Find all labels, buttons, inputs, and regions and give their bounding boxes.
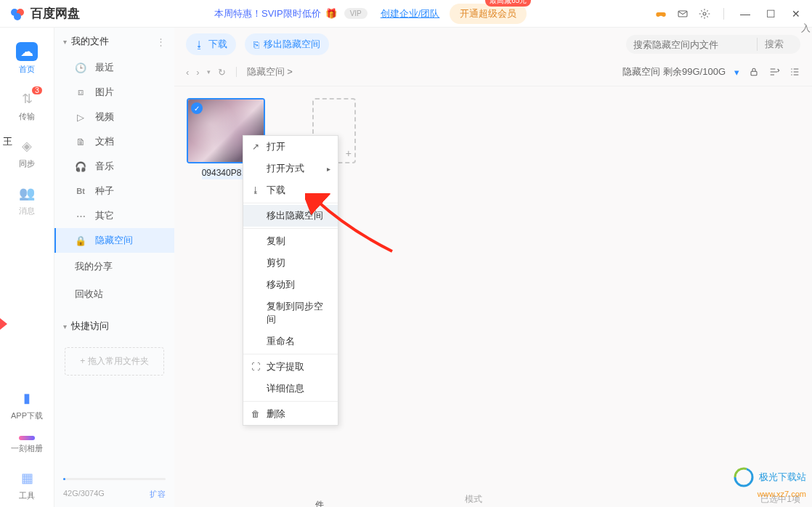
context-menu: ↗打开 打开方式▸ ⭳下载 移出隐藏空间 复制 剪切 移动到 复制到同步空间 重… (243, 135, 338, 426)
maximize-button[interactable]: ☐ (763, 8, 779, 20)
nav-label: 消息 (19, 206, 35, 216)
gamepad-icon[interactable] (655, 8, 667, 20)
sidebar-header-myfiles[interactable]: ▾ 我的文件 ⋮ (54, 28, 174, 55)
sort-icon[interactable] (768, 66, 780, 78)
mail-icon[interactable] (677, 8, 689, 20)
more-icon[interactable]: ⋮ (156, 36, 166, 47)
ctx-copy[interactable]: 复制 (243, 230, 338, 252)
breadcrumb[interactable]: 隐藏空间 > (247, 65, 293, 78)
ctx-openwith[interactable]: 打开方式▸ (243, 158, 338, 179)
nav-home[interactable]: ☁ 首页 (0, 36, 54, 81)
storage-text: 42G/3074G (63, 489, 105, 500)
pathbar-right: 隐藏空间 剩余99G/100G ▾ (622, 65, 800, 78)
moveout-label: 移出隐藏空间 (264, 38, 320, 51)
open-vip-button[interactable]: 开通超级会员 最高减65元 (450, 4, 527, 24)
sidebar-item-label: 视频 (95, 110, 114, 123)
chevron-down-icon: ▾ (63, 38, 67, 46)
sidebar-item-docs[interactable]: 🗎文档 (54, 129, 174, 154)
app-name: 百度网盘 (31, 5, 80, 22)
search-button[interactable]: 搜索 (757, 38, 784, 51)
settings-icon[interactable] (699, 8, 710, 20)
sidebar-item-label: 种子 (95, 184, 114, 198)
vip-pill[interactable]: VIP (344, 8, 368, 19)
ctx-label: 打开 (267, 140, 285, 153)
nav-messages[interactable]: 👥 消息 (0, 178, 54, 222)
ctx-moveout[interactable]: 移出隐藏空间 (243, 205, 338, 227)
chevron-right-icon: ▸ (327, 165, 330, 173)
nav-album[interactable]: 一刻相册 (0, 430, 54, 460)
nav-label: 一刻相册 (11, 443, 43, 454)
sidebar-item-label: 音乐 (95, 160, 114, 173)
sidebar-header-quick[interactable]: ▾ 快捷访问 (54, 312, 174, 340)
ctx-moveto[interactable]: 移动到 (243, 274, 338, 296)
divider (243, 203, 338, 203)
sidebar-item-torrent[interactable]: Bt种子 (54, 179, 174, 203)
sidebar-item-other[interactable]: ⋯其它 (54, 203, 174, 228)
nav-transfer[interactable]: ⇅ 3 传输 (0, 84, 54, 128)
storage-bar[interactable] (54, 478, 174, 489)
minimize-button[interactable]: — (737, 8, 753, 20)
app-logo[interactable]: 百度网盘 (9, 5, 80, 23)
open-icon: ↗ (251, 142, 261, 152)
lock-icon[interactable] (748, 66, 760, 78)
sidebar-item-images[interactable]: ⧈图片 (54, 80, 174, 105)
sidebar: ▾ 我的文件 ⋮ 🕒最近 ⧈图片 ▷视频 🗎文档 🎧音乐 Bt种子 ⋯其它 🔒隐… (54, 28, 174, 507)
ctx-detail[interactable]: 详细信息 (243, 378, 338, 399)
divider (243, 354, 338, 354)
sync-icon: ◈ (17, 137, 36, 155)
sidebar-item-recent[interactable]: 🕒最近 (54, 55, 174, 80)
sidebar-item-label: 最近 (95, 61, 114, 74)
download-label: 下载 (208, 38, 227, 51)
stray-char-right: 入 (801, 22, 811, 35)
watermark-url: www.xz7.com (758, 490, 806, 498)
nav-tools[interactable]: ▦ 工具 (0, 463, 54, 507)
ctx-download[interactable]: ⭳下载 (243, 179, 338, 201)
close-button[interactable]: ✕ (789, 8, 803, 20)
ctx-label: 移出隐藏空间 (267, 209, 323, 222)
dropdown-button[interactable]: ▾ (207, 68, 211, 76)
ctx-copysync[interactable]: 复制到同步空间 (243, 296, 338, 330)
caret-icon[interactable]: ▾ (734, 67, 739, 78)
ctx-delete[interactable]: 🗑删除 (243, 403, 338, 425)
ctx-label: 文字提取 (267, 360, 304, 373)
sidebar-item-music[interactable]: 🎧音乐 (54, 154, 174, 179)
download-button[interactable]: ⭳下载 (186, 33, 236, 55)
ctx-label: 剪切 (267, 256, 285, 269)
sidebar-item-label: 文档 (95, 135, 114, 148)
sidebar-item-recycle[interactable]: 回收站 (54, 280, 174, 308)
quick-drop-zone[interactable]: + 拖入常用文件夹 (65, 347, 164, 376)
sidebar-item-hidden[interactable]: 🔒隐藏空间 (54, 228, 174, 253)
chevron-down-icon: ▾ (63, 323, 67, 330)
refresh-button[interactable]: ↻ (218, 67, 226, 78)
create-team-link[interactable]: 创建企业/团队 (381, 7, 440, 20)
nav-badge: 3 (32, 86, 42, 94)
svg-point-2 (14, 13, 21, 20)
moveout-icon: ⎘ (253, 39, 259, 50)
sidebar-item-label: 隐藏空间 (95, 234, 133, 247)
promo-text[interactable]: 本周特惠！SVIP限时低价 (214, 7, 321, 20)
forward-button[interactable]: › (196, 67, 199, 78)
trash-icon: 🗑 (251, 409, 261, 419)
moveout-button[interactable]: ⎘移出隐藏空间 (245, 33, 329, 55)
cloud-icon: ☁ (16, 42, 38, 61)
divider (243, 401, 338, 402)
ctx-ocr[interactable]: ⛶文字提取 (243, 356, 338, 378)
list-view-icon[interactable] (789, 66, 800, 78)
nav-appdownload[interactable]: ▮ APP下载 (0, 383, 54, 427)
ctx-label: 移动到 (267, 278, 295, 291)
nav-label: 同步 (19, 158, 35, 169)
quota-text: 隐藏空间 剩余99G/100G (622, 65, 726, 78)
sidebar-item-share[interactable]: 我的分享 (54, 253, 174, 280)
scan-icon: ⛶ (251, 362, 261, 372)
sidebar-header-label: 快捷访问 (71, 320, 109, 333)
ctx-rename[interactable]: 重命名 (243, 330, 338, 352)
back-button[interactable]: ‹ (186, 67, 189, 78)
search-input[interactable] (633, 39, 757, 50)
ctx-cut[interactable]: 剪切 (243, 252, 338, 274)
ctx-open[interactable]: ↗打开 (243, 136, 338, 158)
download-icon: ⭳ (195, 39, 204, 50)
image-icon: ⧈ (75, 86, 86, 98)
watermark: 极光下载站 www.xz7.com (733, 466, 806, 488)
sidebar-item-videos[interactable]: ▷视频 (54, 105, 174, 129)
expand-link[interactable]: 扩容 (150, 489, 166, 500)
